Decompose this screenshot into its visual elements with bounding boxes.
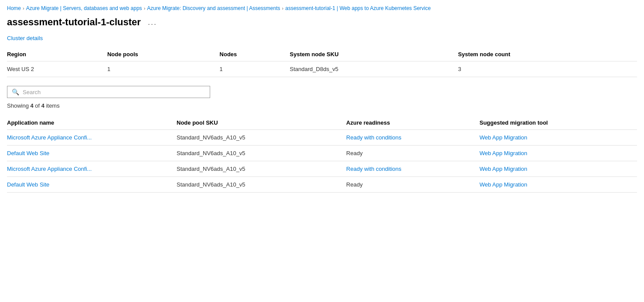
migration-tool-cell: Web App Migration: [480, 130, 637, 146]
app-name-link[interactable]: Microsoft Azure Appliance Confi...: [7, 134, 92, 141]
col-migration-tool: Suggested migration tool: [480, 116, 637, 130]
breadcrumb-home[interactable]: Home: [7, 5, 21, 11]
showing-count: 4: [30, 102, 33, 109]
cluster-node-pools: 1: [107, 61, 220, 77]
table-row: Default Web SiteStandard_NV6ads_A10_v5Re…: [7, 177, 637, 193]
breadcrumb-discovery[interactable]: Azure Migrate: Discovery and assessment …: [147, 5, 280, 11]
cluster-nodes: 1: [220, 61, 290, 77]
app-name-link[interactable]: Default Web Site: [7, 150, 49, 156]
showing-total: 4: [41, 102, 44, 109]
col-node-pool-sku: Node pool SKU: [177, 116, 346, 130]
table-row: Default Web SiteStandard_NV6ads_A10_v5Re…: [7, 146, 637, 161]
app-name-link[interactable]: Default Web Site: [7, 181, 49, 188]
search-input[interactable]: [23, 89, 205, 95]
readiness-cell: Ready with conditions: [346, 130, 480, 146]
migration-tool-link[interactable]: Web App Migration: [480, 150, 528, 156]
page-header: assessment-tutorial-1-cluster ...: [0, 15, 644, 35]
main-content: Cluster details Region Node pools Nodes …: [0, 35, 644, 193]
migration-tool-link[interactable]: Web App Migration: [480, 134, 528, 141]
col-region: Region: [7, 48, 107, 61]
node-pool-sku-cell: Standard_NV6ads_A10_v5: [177, 161, 346, 177]
breadcrumb-sep-1: ›: [23, 6, 24, 11]
migration-tool-cell: Web App Migration: [480, 177, 637, 193]
node-pool-sku-cell: Standard_NV6ads_A10_v5: [177, 177, 346, 193]
col-nodes: Nodes: [220, 48, 290, 61]
readiness-cell: Ready: [346, 177, 480, 193]
breadcrumb: Home › Azure Migrate | Servers, database…: [0, 0, 644, 15]
readiness-link[interactable]: Ready with conditions: [346, 166, 401, 172]
col-app-name: Application name: [7, 116, 177, 130]
col-azure-readiness: Azure readiness: [346, 116, 480, 130]
readiness-cell: Ready: [346, 146, 480, 161]
col-system-node-count: System node count: [458, 48, 637, 61]
cluster-region: West US 2: [7, 61, 107, 77]
breadcrumb-assessment[interactable]: assessment-tutorial-1 | Web apps to Azur…: [285, 5, 431, 11]
table-row: Microsoft Azure Appliance Confi...Standa…: [7, 161, 637, 177]
cluster-row: West US 2 1 1 Standard_D8ds_v5 3: [7, 61, 637, 77]
search-icon: 🔍: [12, 88, 19, 95]
more-options-button[interactable]: ...: [145, 17, 160, 28]
showing-text: Showing 4 of 4 items: [7, 102, 637, 109]
node-pool-sku-cell: Standard_NV6ads_A10_v5: [177, 130, 346, 146]
node-pool-sku-cell: Standard_NV6ads_A10_v5: [177, 146, 346, 161]
cluster-system-node-count: 3: [458, 61, 637, 77]
apps-table: Application name Node pool SKU Azure rea…: [7, 116, 637, 193]
page-title: assessment-tutorial-1-cluster: [7, 17, 141, 28]
cluster-details-section: Cluster details Region Node pools Nodes …: [7, 35, 637, 77]
app-name-link[interactable]: Microsoft Azure Appliance Confi...: [7, 166, 92, 172]
migration-tool-link[interactable]: Web App Migration: [480, 166, 528, 172]
readiness-link[interactable]: Ready with conditions: [346, 134, 401, 141]
table-row: Microsoft Azure Appliance Confi...Standa…: [7, 130, 637, 146]
col-node-pools: Node pools: [107, 48, 220, 61]
migration-tool-cell: Web App Migration: [480, 146, 637, 161]
breadcrumb-sep-3: ›: [282, 6, 284, 11]
readiness-cell: Ready with conditions: [346, 161, 480, 177]
migration-tool-cell: Web App Migration: [480, 161, 637, 177]
col-system-node-sku: System node SKU: [290, 48, 458, 61]
breadcrumb-sep-2: ›: [144, 6, 146, 11]
cluster-system-node-sku: Standard_D8ds_v5: [290, 61, 458, 77]
breadcrumb-azure-migrate[interactable]: Azure Migrate | Servers, databases and w…: [26, 5, 142, 11]
cluster-details-title[interactable]: Cluster details: [7, 35, 637, 41]
search-container: 🔍: [7, 86, 637, 98]
cluster-details-table: Region Node pools Nodes System node SKU …: [7, 48, 637, 77]
search-box: 🔍: [7, 86, 210, 98]
migration-tool-link[interactable]: Web App Migration: [480, 181, 528, 188]
